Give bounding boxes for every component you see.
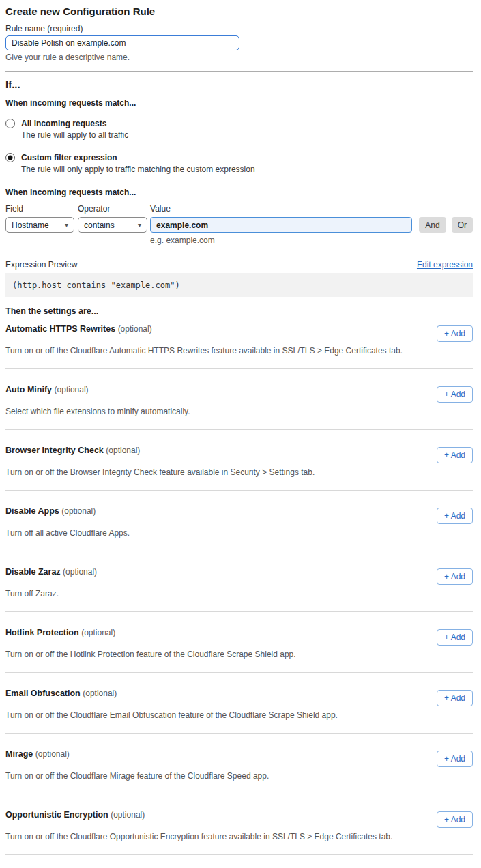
operator-label: Operator [78,204,147,214]
or-button[interactable]: Or [452,217,473,233]
value-hint: e.g. example.com [150,235,412,245]
setting-disable-zaraz: Disable Zaraz (optional) + Add Turn off … [5,551,473,612]
setting-description: Turn on or off the Cloudflare Opportunis… [5,832,473,841]
setting-description: Turn off Zaraz. [5,589,473,598]
setting-description: Turn on or off the Cloudflare Email Obfu… [5,710,473,720]
radio-custom-filter-expression[interactable] [5,153,15,162]
rule-name-helper: Give your rule a descriptive name. [5,53,473,62]
add-button[interactable]: + Add [437,508,473,524]
setting-opportunistic-encryption: Opportunistic Encryption (optional) + Ad… [5,794,473,855]
setting-mirage: Mirage (optional) + Add Turn on or off t… [5,734,473,794]
add-button[interactable]: + Add [437,568,473,585]
radio-label: Custom filter expression [21,153,255,162]
add-button[interactable]: + Add [437,386,473,403]
optional-tag: (optional) [63,567,97,577]
expression-builder-row: Field Hostname ▾ Operator contains ▾ Val… [5,204,473,245]
optional-tag: (optional) [111,810,145,820]
radio-all-incoming-requests[interactable] [5,119,15,128]
setting-title: Hotlink Protection (optional) [5,628,115,637]
setting-title: Opportunistic Encryption (optional) [5,810,145,820]
operator-select-value: contains [84,220,115,230]
and-button[interactable]: And [419,217,446,233]
add-button[interactable]: + Add [437,326,473,342]
rule-name-input[interactable] [5,35,239,50]
setting-title: Mirage (optional) [5,749,70,759]
setting-email-obfuscation: Email Obfuscation (optional) + Add Turn … [5,673,473,734]
field-label: Field [5,204,74,214]
page-title: Create new Configuration Rule [5,5,473,17]
setting-title: Automatic HTTPS Rewrites (optional) [5,324,152,334]
setting-description: Turn on or off the Cloudflare Automatic … [5,346,473,356]
setting-title: Auto Minify (optional) [5,385,89,394]
expression-preview-code: (http.host contains "example.com") [5,273,473,297]
add-button[interactable]: + Add [437,690,473,706]
radio-description: The rule will only apply to traffic matc… [21,164,255,174]
optional-tag: (optional) [55,385,89,394]
create-configuration-rule-form: Create new Configuration Rule Rule name … [0,0,481,868]
rule-name-label: Rule name (required) [5,24,473,33]
setting-auto-minify: Auto Minify (optional) + Add Select whic… [5,369,473,430]
field-select-value: Hostname [12,220,49,230]
expression-preview-header: Expression Preview Edit expression [5,260,473,270]
setting-automatic-https-rewrites: Automatic HTTPS Rewrites (optional) + Ad… [5,316,473,369]
match-heading: When incoming requests match... [5,98,473,108]
chevron-down-icon: ▾ [138,222,141,229]
add-button[interactable]: + Add [437,751,473,767]
setting-description: Turn on or off the Browser Integrity Che… [5,467,473,477]
setting-hotlink-protection: Hotlink Protection (optional) + Add Turn… [5,612,473,673]
optional-tag: (optional) [35,749,70,759]
optional-tag: (optional) [83,689,117,698]
radio-label: All incoming requests [21,119,128,128]
chevron-down-icon: ▾ [65,222,68,229]
setting-browser-integrity-check: Browser Integrity Check (optional) + Add… [5,430,473,491]
setting-description: Turn on or off the Cloudflare Mirage fea… [5,771,473,781]
value-input[interactable] [150,217,412,233]
optional-tag: (optional) [106,446,140,455]
edit-expression-link[interactable]: Edit expression [417,260,473,270]
radio-description: The rule will apply to all traffic [21,130,128,140]
setting-title: Email Obfuscation (optional) [5,689,117,698]
optional-tag: (optional) [118,324,152,334]
optional-tag: (optional) [81,628,115,637]
setting-description: Select which file extensions to minify a… [5,407,473,416]
radio-row-all-requests: All incoming requests The rule will appl… [5,119,473,140]
then-heading: Then the settings are... [5,306,473,316]
expression-preview-label: Expression Preview [5,260,77,270]
add-button[interactable]: + Add [437,447,473,463]
field-select[interactable]: Hostname ▾ [5,217,74,233]
setting-description: Turn off all active Cloudflare Apps. [5,528,473,538]
if-heading: If... [5,78,473,90]
value-label: Value [150,204,412,214]
operator-select[interactable]: contains ▾ [78,217,147,233]
setting-title: Disable Zaraz (optional) [5,567,97,577]
add-button[interactable]: + Add [437,811,473,828]
setting-description: Turn on or off the Hotlink Protection fe… [5,650,473,659]
section-divider [5,71,473,72]
builder-heading: When incoming requests match... [5,188,473,197]
setting-polish: Polish (optional) ✕ Change the settings … [5,855,473,868]
radio-row-custom-filter: Custom filter expression The rule will o… [5,153,473,174]
add-button[interactable]: + Add [437,629,473,646]
setting-disable-apps: Disable Apps (optional) + Add Turn off a… [5,491,473,551]
setting-title: Browser Integrity Check (optional) [5,446,140,455]
optional-tag: (optional) [61,506,96,516]
setting-title: Disable Apps (optional) [5,506,96,516]
